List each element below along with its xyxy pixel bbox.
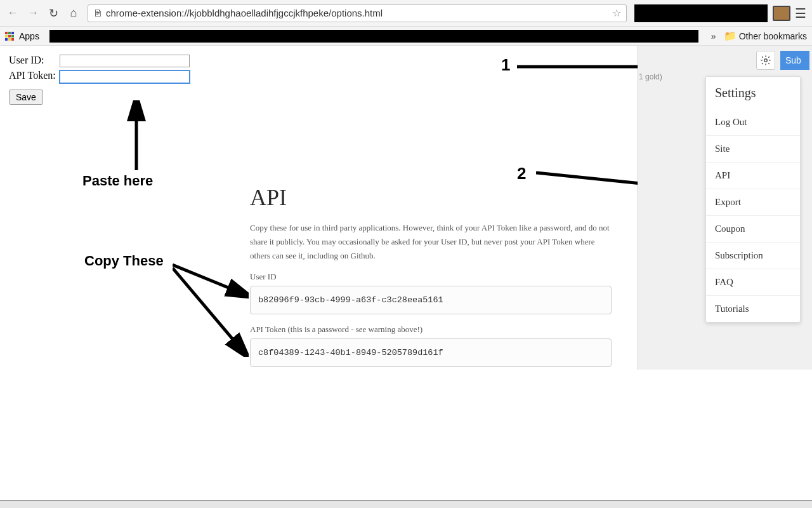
extension-icon[interactable] <box>773 6 790 21</box>
svg-line-3 <box>173 265 242 293</box>
gold-text: 1 gold) <box>639 72 662 81</box>
gear-icon[interactable] <box>756 51 775 70</box>
annotation-paste-here: Paste here <box>82 173 153 189</box>
settings-dropdown: Settings Log Out Site API Export Coupon … <box>705 76 801 323</box>
menu-item-faq[interactable]: FAQ <box>706 269 800 296</box>
menu-button[interactable]: ☰ <box>793 6 808 21</box>
api-token-label: API Token: <box>9 70 56 81</box>
redacted-bookmarks <box>49 30 698 43</box>
api-token-input[interactable] <box>60 70 190 83</box>
folder-icon: 📁 <box>724 30 737 42</box>
user-id-label: User ID: <box>9 55 44 66</box>
menu-item-subscription[interactable]: Subscription <box>706 243 800 269</box>
menu-item-coupon[interactable]: Coupon <box>706 216 800 243</box>
overflow-chevrons[interactable]: » <box>709 31 719 41</box>
menu-item-logout[interactable]: Log Out <box>706 109 800 136</box>
bookmarks-bar: Apps » 📁 Other bookmarks <box>0 27 812 46</box>
apps-label[interactable]: Apps <box>19 31 39 41</box>
arrow-copy-token <box>173 265 249 357</box>
menu-item-site[interactable]: Site <box>706 136 800 163</box>
api-heading: API <box>250 184 612 211</box>
browser-toolbar: ← → ↻ ⌂ 🖹 chrome-extension://kjobbldhgha… <box>0 0 812 27</box>
menu-item-export[interactable]: Export <box>706 189 800 216</box>
bookmark-star-icon[interactable]: ☆ <box>612 7 621 19</box>
other-bookmarks-folder[interactable]: 📁 Other bookmarks <box>724 30 807 42</box>
api-userid-label: User ID <box>250 272 612 282</box>
page-icon: 🖹 <box>93 8 102 18</box>
api-token-label: API Token (this is a password - see warn… <box>250 324 612 335</box>
window-bottom-edge <box>0 500 812 508</box>
api-description: Copy these for use in third party applic… <box>250 221 612 263</box>
omnibox[interactable]: 🖹 chrome-extension://kjobbldhghaoelladih… <box>88 4 627 22</box>
site-overlay: 1 gold) Sub Settings Log Out Site API Ex… <box>638 46 812 370</box>
save-button[interactable]: Save <box>9 90 43 105</box>
arrow-copy-userid <box>173 258 249 303</box>
dropdown-header: Settings <box>706 77 800 109</box>
api-userid-value[interactable]: b82096f9-93cb-4999-a63f-c3c28eea5161 <box>250 286 612 314</box>
options-form: User ID: API Token: Save <box>9 55 190 105</box>
home-button[interactable]: ⌂ <box>65 4 82 22</box>
menu-item-api[interactable]: API <box>706 163 800 189</box>
svg-line-4 <box>173 268 242 351</box>
annotation-step-2: 2 <box>517 164 526 184</box>
reload-button[interactable]: ↻ <box>44 4 62 22</box>
svg-point-5 <box>764 59 768 62</box>
annotation-step-1: 1 <box>501 55 510 75</box>
redacted-extension-area <box>634 4 768 22</box>
user-id-input[interactable] <box>60 55 190 67</box>
api-section: API Copy these for use in third party ap… <box>250 184 612 377</box>
apps-icon[interactable] <box>5 32 14 41</box>
api-token-value[interactable]: c8f04389-1243-40b1-8949-5205789d161f <box>250 338 612 367</box>
url-text: chrome-extension://kjobbldhghaoelladihfj… <box>106 8 383 18</box>
subscribe-button[interactable]: Sub <box>780 51 809 70</box>
back-button[interactable]: ← <box>4 4 22 22</box>
arrow-paste-here <box>127 100 146 170</box>
menu-item-tutorials[interactable]: Tutorials <box>706 296 800 322</box>
page-content: User ID: API Token: Save Paste here 1 2 … <box>0 46 812 508</box>
annotation-copy-these: Copy These <box>84 253 164 269</box>
forward-button[interactable]: → <box>24 4 42 22</box>
other-bookmarks-label: Other bookmarks <box>739 31 807 41</box>
